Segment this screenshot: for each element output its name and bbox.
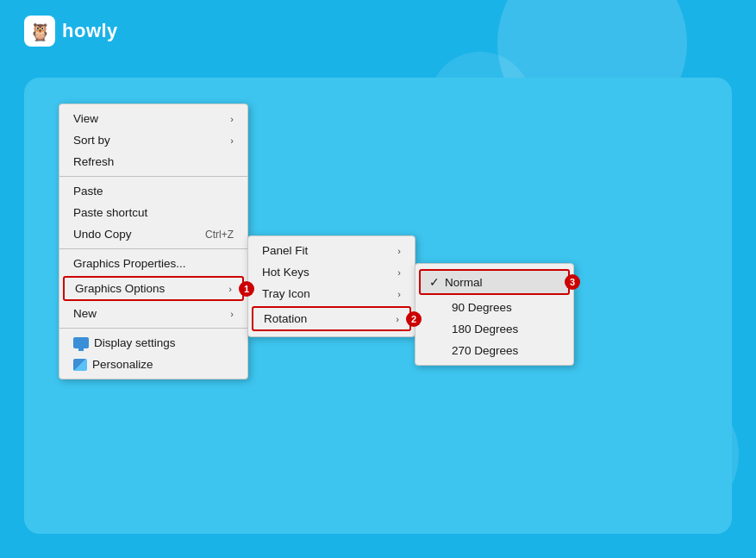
submenu-item-panel-fit[interactable]: Panel Fit ›	[248, 240, 415, 261]
badge-1: 1	[239, 281, 254, 297]
rotation-arrow-icon: ›	[396, 314, 399, 324]
submenu-rotation-180-label: 180 Degrees	[452, 323, 518, 335]
submenu-rotation-270-label: 270 Degrees	[452, 344, 518, 357]
tray-icon-arrow-icon: ›	[397, 289, 401, 299]
submenu-rotation-180[interactable]: 180 Degrees	[415, 318, 573, 340]
menu-item-refresh[interactable]: Refresh	[59, 151, 247, 172]
submenu-rotation-normal-label: Normal	[445, 276, 483, 289]
sort-by-arrow-icon: ›	[230, 135, 234, 146]
badge-3: 3	[565, 274, 580, 290]
divider-1	[59, 176, 247, 177]
badge-2: 2	[406, 311, 422, 327]
menu-item-graphics-properties-label: Graphics Properties...	[73, 257, 186, 270]
menu-item-paste-shortcut[interactable]: Paste shortcut	[59, 202, 247, 223]
submenu-item-rotation-label: Rotation	[264, 312, 307, 325]
menu-item-graphics-properties[interactable]: Graphics Properties...	[59, 253, 247, 274]
menu-item-display-settings[interactable]: Display settings	[59, 332, 247, 354]
menu-item-graphics-options[interactable]: Graphics Options › 1	[63, 276, 244, 301]
submenu-item-panel-fit-label: Panel Fit	[262, 244, 308, 257]
menu-item-graphics-options-label: Graphics Options	[75, 282, 165, 295]
submenu-rotation: ✓ Normal 3 90 Degrees 180 Degrees	[415, 263, 574, 366]
submenu-rotation-270[interactable]: 270 Degrees	[415, 340, 573, 361]
submenu-rotation-normal[interactable]: ✓ Normal 3	[419, 269, 570, 295]
submenu-rotation-90-label: 90 Degrees	[452, 301, 512, 314]
undo-copy-shortcut: Ctrl+Z	[205, 229, 234, 241]
svg-text:🦉: 🦉	[29, 22, 51, 42]
menu-item-paste-shortcut-label: Paste shortcut	[73, 206, 147, 219]
divider-2	[59, 248, 247, 249]
menu-item-new[interactable]: New ›	[59, 303, 247, 324]
howly-logo-icon: 🦉	[24, 16, 55, 47]
menu-item-display-settings-label: Display settings	[94, 336, 176, 349]
menu-item-personalize[interactable]: Personalize	[59, 354, 247, 375]
submenu-item-tray-icon-label: Tray Icon	[262, 287, 310, 300]
hot-keys-arrow-icon: ›	[397, 267, 401, 278]
menu-item-view[interactable]: View ›	[59, 108, 247, 129]
menu-item-view-label: View	[73, 112, 98, 125]
divider-3	[59, 328, 247, 329]
submenu-item-rotation[interactable]: Rotation › 2	[252, 306, 411, 331]
menu-item-refresh-label: Refresh	[73, 155, 114, 168]
menu-item-personalize-label: Personalize	[92, 358, 153, 371]
submenu-item-hot-keys-label: Hot Keys	[262, 266, 309, 279]
submenu-item-hot-keys[interactable]: Hot Keys ›	[248, 261, 415, 283]
menu-item-sort-by-label: Sort by	[73, 134, 110, 147]
submenu-rotation-90[interactable]: 90 Degrees	[415, 297, 573, 318]
menu-item-paste-label: Paste	[73, 185, 103, 197]
menu-item-undo-copy-label: Undo Copy	[73, 228, 132, 241]
content-area: View › Sort by › Refresh Paste Paste sho…	[24, 78, 732, 534]
display-settings-icon	[73, 337, 89, 348]
view-arrow-icon: ›	[230, 114, 234, 124]
menu-item-sort-by[interactable]: Sort by ›	[59, 129, 247, 151]
menus-container: View › Sort by › Refresh Paste Paste sho…	[59, 103, 574, 379]
submenu-graphics-options: Panel Fit › Hot Keys › Tray Icon › Rotat…	[247, 235, 415, 337]
new-arrow-icon: ›	[230, 309, 234, 319]
logo-text: howly	[62, 20, 118, 42]
menu-item-undo-copy[interactable]: Undo Copy Ctrl+Z	[59, 223, 247, 245]
menu-item-paste[interactable]: Paste	[59, 180, 247, 202]
normal-checkmark-icon: ✓	[429, 275, 440, 289]
header: 🦉 howly	[24, 16, 118, 47]
personalize-icon	[73, 359, 87, 371]
submenu-item-tray-icon[interactable]: Tray Icon ›	[248, 283, 415, 304]
menu-item-new-label: New	[73, 307, 97, 320]
main-context-menu: View › Sort by › Refresh Paste Paste sho…	[59, 103, 248, 379]
panel-fit-arrow-icon: ›	[397, 246, 401, 256]
graphics-options-arrow-icon: ›	[228, 284, 232, 294]
